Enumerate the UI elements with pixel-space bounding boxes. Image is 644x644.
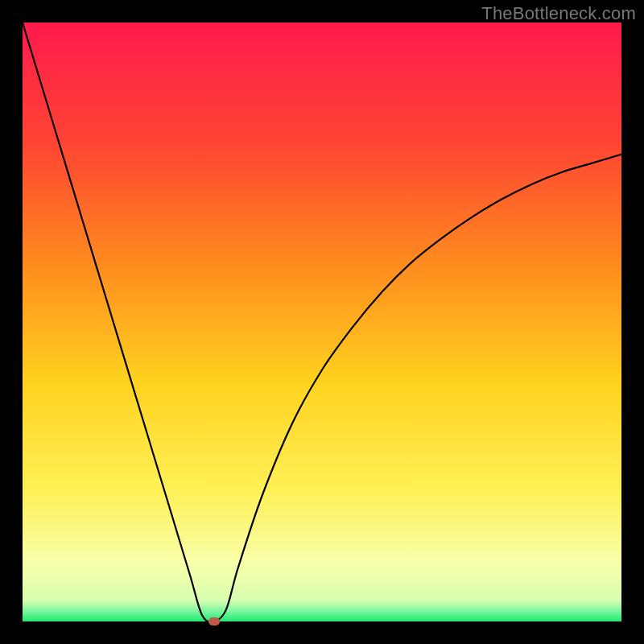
optimal-point-marker [208, 617, 220, 625]
chart-frame: TheBottleneck.com [0, 0, 644, 644]
watermark-text: TheBottleneck.com [481, 3, 636, 24]
plot-area [23, 23, 621, 621]
bottleneck-curve [23, 23, 621, 621]
